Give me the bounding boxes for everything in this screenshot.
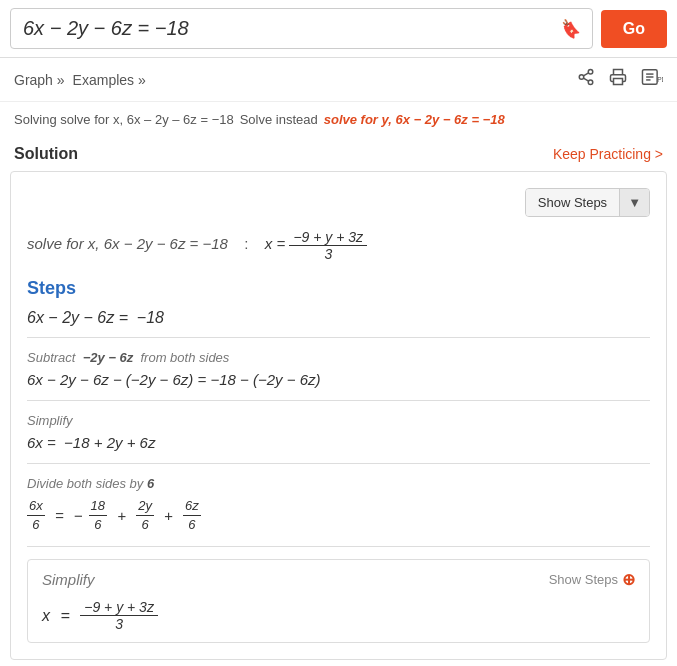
solving-bar: Solving solve for x, 6x – 2y – 6z = −18 … (0, 102, 677, 137)
show-steps-container: Show Steps ▼ (27, 188, 650, 217)
frac-18-6: 18 6 (89, 497, 107, 534)
nav-icons: PDF (577, 68, 663, 91)
frac-6z-6: 6z 6 (183, 497, 201, 534)
solve-separator: : (236, 235, 249, 252)
pdf-icon[interactable]: PDF (641, 68, 663, 91)
last-show-steps-button[interactable]: Show Steps ⊕ (549, 570, 635, 589)
last-simplify-block: Simplify Show Steps ⊕ x = −9 + y + 3z 3 (27, 559, 650, 643)
share-icon[interactable] (577, 68, 595, 91)
step-subtract: Subtract −2y − 6z from both sides 6x − 2… (27, 350, 650, 401)
nav-bar: Graph » Examples » PDF (0, 58, 677, 102)
svg-point-2 (588, 80, 593, 85)
graph-link[interactable]: Graph » (14, 72, 65, 88)
last-simplify-header: Simplify Show Steps ⊕ (42, 570, 635, 589)
svg-text:PDF: PDF (657, 76, 663, 83)
steps-heading: Steps (27, 278, 650, 299)
final-result: x = −9 + y + 3z 3 (42, 599, 635, 632)
solve-instead-prefix: Solve instead (240, 112, 318, 127)
svg-line-4 (583, 73, 588, 76)
frac-6x-6: 6x 6 (27, 497, 45, 534)
step-divide: Divide both sides by 6 6x 6 = − 18 6 + 2… (27, 476, 650, 547)
step-simplify1-math: 6x = −18 + 2y + 6z (27, 434, 650, 451)
solve-instead-link[interactable]: solve for y, 6x − 2y − 6z = −18 (324, 112, 505, 127)
step-divide-math: 6x 6 = − 18 6 + 2y 6 + 6z 6 (27, 497, 650, 534)
show-steps-label[interactable]: Show Steps (526, 189, 619, 216)
solving-text: Solving solve for x, 6x – 2y – 6z = −18 (14, 112, 234, 127)
solution-header: Solution Keep Practicing > (0, 137, 677, 171)
bookmark-icon[interactable]: 🔖 (558, 18, 580, 40)
solve-result: x = −9 + y + 3z 3 (256, 229, 367, 262)
step-subtract-instruction: Subtract −2y − 6z from both sides (27, 350, 650, 365)
equation-display: 6x − 2y − 6z = −18 (23, 17, 189, 40)
frac-2y-6: 2y 6 (136, 497, 154, 534)
step-equation: 6x − 2y − 6z = −18 (27, 309, 650, 338)
last-show-steps-text: Show Steps (549, 572, 618, 587)
go-button[interactable]: Go (601, 10, 667, 48)
show-steps-button[interactable]: Show Steps ▼ (525, 188, 650, 217)
step-subtract-math: 6x − 2y − 6z − (−2y − 6z) = −18 − (−2y −… (27, 371, 650, 388)
solve-for-line: solve for x, 6x − 2y − 6z = −18 : x = −9… (27, 229, 650, 262)
svg-point-1 (579, 75, 584, 80)
examples-link[interactable]: Examples » (73, 72, 146, 88)
svg-point-0 (588, 70, 593, 75)
step-simplify1-label: Simplify (27, 413, 650, 428)
content-area: Show Steps ▼ solve for x, 6x − 2y − 6z =… (10, 171, 667, 660)
step-simplify1: Simplify 6x = −18 + 2y + 6z (27, 413, 650, 464)
step-divide-instruction: Divide both sides by 6 (27, 476, 650, 491)
top-bar: 6x − 2y − 6z = −18 🔖 Go (0, 0, 677, 58)
keep-practicing-link[interactable]: Keep Practicing > (553, 146, 663, 162)
solve-for-prefix: solve for x, 6x − 2y − 6z = −18 (27, 235, 228, 252)
svg-line-3 (583, 78, 588, 81)
last-simplify-label: Simplify (42, 571, 95, 588)
show-steps-arrow-icon[interactable]: ▼ (619, 189, 649, 216)
nav-links: Graph » Examples » (14, 72, 146, 88)
svg-rect-5 (614, 79, 623, 85)
solution-label: Solution (14, 145, 78, 163)
print-icon[interactable] (609, 68, 627, 91)
equation-input-box[interactable]: 6x − 2y − 6z = −18 🔖 (10, 8, 593, 49)
plus-icon: ⊕ (622, 570, 635, 589)
